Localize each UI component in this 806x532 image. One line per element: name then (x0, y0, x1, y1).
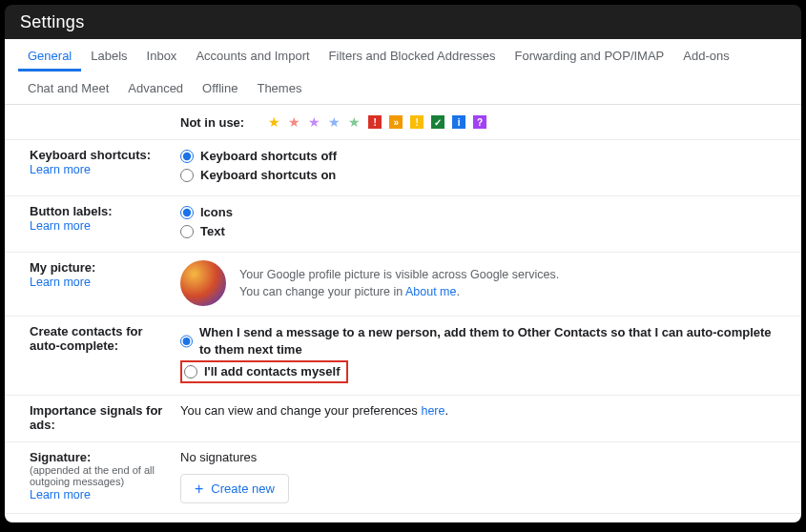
create-contacts-manual-label: I'll add contacts myself (204, 363, 341, 380)
my-picture-label: My picture: (30, 260, 171, 275)
here-link[interactable]: here (421, 404, 444, 418)
settings-title: Settings (20, 12, 84, 32)
marker-icon[interactable]: i (452, 115, 465, 129)
tab-offline[interactable]: Offline (193, 72, 247, 104)
marker-icon[interactable]: ✓ (431, 115, 444, 129)
learn-more-link[interactable]: Learn more (30, 488, 91, 501)
importance-signals-label: Importance signals for ads: (30, 403, 171, 432)
create-contacts-section: Create contacts for auto-complete: When … (5, 317, 801, 396)
settings-header: Settings (5, 5, 801, 39)
star-icon[interactable]: ★ (345, 114, 363, 130)
button-labels-section: Button labels: Learn more IconsText (5, 196, 801, 253)
not-in-use-label: Not in use: (180, 115, 244, 130)
keyboard-shortcuts-radio-1[interactable] (180, 169, 194, 182)
keyboard-shortcuts-label-1: Keyboard shortcuts on (200, 167, 336, 184)
star-icon[interactable]: ★ (305, 114, 323, 130)
create-contacts-manual-radio[interactable] (184, 365, 197, 379)
tab-forwarding-and-pop-imap[interactable]: Forwarding and POP/IMAP (505, 39, 673, 72)
tab-accounts-and-import[interactable]: Accounts and Import (186, 39, 319, 72)
settings-content: Not in use:★★★★★!»!✓i? Keyboard shortcut… (5, 105, 801, 522)
my-picture-section: My picture: Learn more Your Google profi… (5, 253, 801, 317)
personal-level-section: Personal level indicators: No indicators… (5, 514, 801, 522)
star-icon[interactable]: ★ (325, 114, 343, 130)
marker-icon[interactable]: ! (410, 115, 424, 129)
learn-more-link[interactable]: Learn more (30, 163, 91, 176)
avatar[interactable] (180, 260, 226, 306)
signature-sub: (appended at the end of all outgoing mes… (30, 464, 171, 487)
keyboard-shortcuts-label-0: Keyboard shortcuts off (200, 148, 337, 165)
profile-visible-text: Your Google profile picture is visible a… (239, 266, 559, 283)
marker-icon[interactable]: » (389, 115, 403, 129)
tab-inbox[interactable]: Inbox (137, 39, 187, 72)
tab-general[interactable]: General (18, 39, 81, 72)
keyboard-shortcuts-section: Keyboard shortcuts: Learn more Keyboard … (5, 140, 801, 196)
button-labels-label-0: Icons (200, 204, 233, 221)
stars-section: Not in use:★★★★★!»!✓i? (5, 113, 801, 140)
no-signatures-text: No signatures (180, 450, 782, 464)
settings-tabs: GeneralLabelsInboxAccounts and ImportFil… (5, 39, 801, 105)
about-me-link[interactable]: About me (405, 285, 457, 298)
stars-not-in-use: Not in use:★★★★★!»!✓i? (180, 114, 782, 130)
plus-icon: + (195, 482, 203, 496)
tab-advanced[interactable]: Advanced (118, 72, 193, 104)
keyboard-shortcuts-label: Keyboard shortcuts: (30, 148, 171, 162)
no-indicators-label: No indicators (200, 522, 279, 522)
create-contacts-auto-radio[interactable] (180, 335, 193, 348)
keyboard-shortcuts-radio-0[interactable] (180, 150, 194, 163)
signature-label: Signature: (30, 450, 171, 464)
personal-level-label: Personal level indicators: (30, 522, 171, 522)
settings-panel: GeneralLabelsInboxAccounts and ImportFil… (5, 39, 801, 522)
button-labels-label: Button labels: (30, 204, 171, 218)
button-labels-radio-1[interactable] (180, 225, 194, 238)
create-contacts-label: Create contacts for auto-complete: (30, 324, 171, 353)
create-new-button[interactable]: + Create new (180, 474, 289, 503)
learn-more-link[interactable]: Learn more (30, 276, 91, 289)
marker-icon[interactable]: ! (368, 115, 382, 129)
marker-icon[interactable]: ? (473, 115, 486, 129)
tab-chat-and-meet[interactable]: Chat and Meet (18, 72, 118, 104)
button-labels-radio-0[interactable] (180, 206, 194, 219)
importance-signals-section: Importance signals for ads: You can view… (5, 396, 801, 442)
button-labels-label-1: Text (200, 223, 225, 240)
tab-themes[interactable]: Themes (247, 72, 311, 104)
tab-filters-and-blocked-addresses[interactable]: Filters and Blocked Addresses (320, 39, 506, 72)
tab-labels[interactable]: Labels (81, 39, 136, 72)
signature-section: Signature: (appended at the end of all o… (5, 442, 801, 514)
create-contacts-auto-label: When I send a message to a new person, a… (199, 324, 782, 358)
learn-more-link[interactable]: Learn more (30, 219, 91, 233)
star-icon[interactable]: ★ (285, 114, 303, 130)
highlight-box: I'll add contacts myself (180, 360, 348, 383)
tab-add-ons[interactable]: Add-ons (673, 39, 738, 72)
star-icon[interactable]: ★ (265, 114, 283, 130)
